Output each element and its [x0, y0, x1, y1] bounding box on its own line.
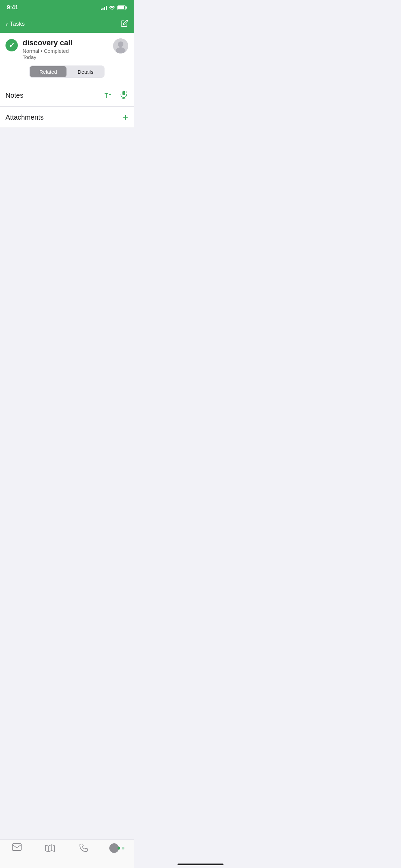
add-attachment-button[interactable]: + [123, 112, 128, 122]
segmented-control: Related Details [29, 65, 105, 78]
notes-label: Notes [5, 92, 23, 99]
task-title: discovery call [23, 38, 73, 47]
svg-point-1 [118, 41, 123, 47]
task-meta: Normal • Completed [23, 48, 73, 54]
status-icons [101, 5, 127, 10]
task-info: discovery call Normal • Completed Today [23, 38, 73, 60]
wifi-icon [109, 5, 115, 10]
back-button[interactable]: ‹ Tasks [5, 21, 25, 27]
content-area: Notes T + + Attachments + [0, 85, 134, 128]
checkmark-icon: ✓ [9, 42, 15, 49]
task-header: ✓ discovery call Normal • Completed Toda… [0, 33, 134, 85]
notes-actions: T + + [104, 90, 128, 101]
status-time: 9:41 [7, 4, 18, 11]
svg-rect-5 [122, 91, 125, 95]
status-bar: 9:41 [0, 0, 134, 15]
task-date: Today [23, 54, 73, 60]
svg-text:T: T [105, 92, 108, 99]
back-chevron-icon: ‹ [5, 21, 8, 27]
attachments-actions: + [123, 112, 128, 122]
edit-button[interactable] [121, 20, 128, 28]
back-label: Tasks [10, 21, 25, 27]
attachments-label: Attachments [5, 113, 44, 121]
attachments-section: Attachments + [0, 107, 134, 128]
avatar[interactable] [113, 38, 128, 53]
nav-bar: ‹ Tasks [0, 15, 134, 33]
text-plus-icon: T + [104, 91, 114, 100]
signal-icon [101, 5, 107, 10]
pencil-icon [121, 20, 128, 27]
notes-section: Notes T + + [0, 85, 134, 107]
svg-text:+: + [109, 92, 111, 96]
svg-text:+: + [125, 91, 127, 94]
segmented-control-wrapper: Related Details [5, 65, 128, 78]
add-text-note-button[interactable]: T + [104, 91, 114, 100]
avatar-person-icon [113, 38, 128, 53]
add-voice-note-button[interactable]: + [119, 90, 128, 101]
task-complete-checkbox[interactable]: ✓ [5, 39, 18, 51]
battery-icon [117, 5, 127, 10]
tab-details[interactable]: Details [67, 66, 104, 77]
tab-related[interactable]: Related [30, 66, 66, 77]
microphone-plus-icon: + [119, 90, 128, 99]
